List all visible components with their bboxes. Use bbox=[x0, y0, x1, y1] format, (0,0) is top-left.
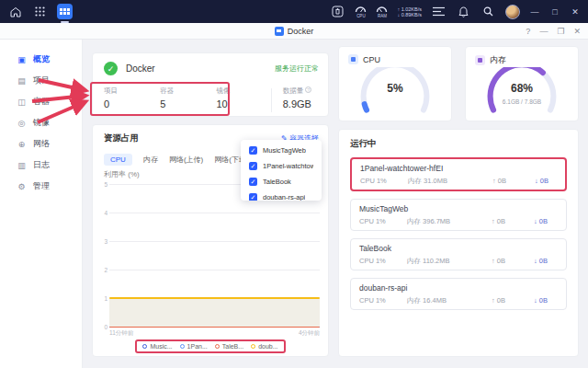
running-card-title: 运行中 bbox=[339, 130, 578, 150]
container-download: ↓ 0B bbox=[534, 217, 548, 226]
memory-percent-value: 68% bbox=[466, 82, 578, 95]
checkbox-checked-icon[interactable]: ✓ bbox=[249, 178, 257, 186]
sidebar-item-label: 镜像 bbox=[33, 117, 50, 129]
help-button[interactable]: ? bbox=[526, 27, 530, 36]
sidebar-item-label: 网络 bbox=[33, 138, 50, 150]
desktop-minimize-button[interactable]: — bbox=[529, 7, 540, 17]
container-cpu: CPU 1% bbox=[359, 257, 407, 266]
manage-icon: ⚙ bbox=[17, 182, 27, 191]
legend-color-dot bbox=[251, 344, 255, 349]
service-status-link[interactable]: 服务运行正常 bbox=[275, 63, 319, 74]
main-content: ✓ Docker 服务运行正常 项目0容器5镜像10数据量?8.9GB 资源占用… bbox=[83, 40, 588, 368]
status-check-icon: ✓ bbox=[104, 62, 118, 75]
legend-label: Music... bbox=[150, 343, 172, 350]
network-speed-indicator[interactable]: ↑ 1.02KB/s ↓ 0.89KB/s bbox=[397, 6, 422, 17]
user-avatar[interactable] bbox=[505, 5, 520, 19]
cpu-monitor-icon[interactable]: CPU bbox=[355, 6, 367, 18]
x-tick-label: 11分钟前 bbox=[109, 329, 133, 338]
cpu-monitor-label: CPU bbox=[356, 14, 366, 18]
sidebar-item-4[interactable]: ◎镜像 bbox=[0, 112, 82, 133]
series-line-douban-rs-api bbox=[109, 297, 320, 299]
minimize-button[interactable]: — bbox=[539, 27, 548, 36]
container-cpu: CPU 1% bbox=[359, 296, 407, 305]
container-row-TaleBook[interactable]: TaleBookCPU 1%内存 110.2MB↑ 0B↓ 0B bbox=[350, 238, 567, 270]
overview-icon: ▣ bbox=[17, 55, 27, 64]
logs-icon: ▥ bbox=[17, 161, 27, 170]
sidebar-item-1[interactable]: ▣概览 bbox=[0, 49, 82, 70]
window-titlebar: Docker ? — ❐ ✕ bbox=[0, 23, 588, 40]
dropdown-option-label: MusicTagWeb bbox=[263, 146, 306, 155]
container-upload: ↑ 0B bbox=[492, 296, 534, 305]
checkbox-checked-icon[interactable]: ✓ bbox=[249, 162, 257, 170]
dropdown-option-MusicTagWeb[interactable]: ✓MusicTagWeb bbox=[241, 143, 322, 158]
sidebar-item-5[interactable]: ⊕网络 bbox=[0, 133, 82, 155]
container-row-MusicTagWeb[interactable]: MusicTagWebCPU 1%内存 396.7MB↑ 0B↓ 0B bbox=[350, 199, 567, 231]
checkbox-checked-icon[interactable]: ✓ bbox=[249, 193, 257, 201]
container-stats: CPU 1%内存 110.2MB↑ 0B↓ 0B bbox=[359, 257, 558, 266]
dropdown-option-label: TaleBook bbox=[263, 178, 291, 186]
sidebar-item-7[interactable]: ⚙管理 bbox=[0, 176, 82, 197]
memory-card-label: 内存 bbox=[490, 54, 506, 66]
cpu-card-label: CPU bbox=[363, 55, 380, 64]
legend-item-TaleBook[interactable]: TaleB... bbox=[215, 343, 243, 350]
legend-label: doub... bbox=[258, 343, 277, 350]
container-stats: CPU 1%内存 16.4MB↑ 0B↓ 0B bbox=[359, 296, 558, 305]
desktop-close-button[interactable]: ✕ bbox=[570, 7, 581, 17]
dropdown-option-1Panel-watchtower-h...[interactable]: ✓1Panel-watchtower-h... bbox=[241, 158, 322, 174]
container-icon: ◫ bbox=[17, 98, 27, 107]
cpu-percent-value: 5% bbox=[339, 82, 451, 95]
y-tick-label: 3 bbox=[99, 238, 107, 245]
stat-volume: 数据量?8.9GB bbox=[283, 86, 328, 112]
chart-gridline bbox=[109, 213, 320, 213]
container-row-1Panel-watchtower-hfEI[interactable]: 1Panel-watchtower-hfEICPU 1%内存 31.0MB↑ 0… bbox=[350, 157, 567, 191]
memory-usage-detail: 6.1GB / 7.8GB bbox=[466, 98, 578, 105]
volume-value: 8.9GB bbox=[283, 98, 328, 109]
close-button[interactable]: ✕ bbox=[573, 27, 581, 36]
ram-monitor-label: RAM bbox=[378, 14, 387, 18]
container-row-douban-rs-api[interactable]: douban-rs-apiCPU 1%内存 16.4MB↑ 0B↓ 0B bbox=[350, 278, 567, 310]
window-title: Docker bbox=[288, 27, 314, 36]
screen: CPU RAM ↑ 1.02KB/s ↓ 0.89KB/s — □ ✕ bbox=[0, 0, 588, 368]
sidebar-item-2[interactable]: ▤项目 bbox=[0, 70, 82, 91]
chart-gridline bbox=[109, 270, 320, 270]
docker-app-icon[interactable] bbox=[57, 4, 73, 19]
dropdown-option-TaleBook[interactable]: ✓TaleBook bbox=[241, 174, 322, 190]
sidebar-item-3[interactable]: ◫容器 bbox=[0, 91, 82, 112]
recycle-bin-icon[interactable] bbox=[330, 4, 345, 19]
desktop-maximize-button[interactable]: □ bbox=[549, 7, 560, 17]
search-icon[interactable] bbox=[481, 4, 496, 19]
task-list-icon[interactable] bbox=[431, 4, 447, 19]
memory-gauge-card: 内存 68% 6.1GB / 7.8GB bbox=[465, 46, 579, 121]
legend-item-douban-rs-api[interactable]: doub... bbox=[251, 343, 277, 350]
legend-annotation-box: Music...1Pan...TaleB...doub... bbox=[135, 339, 285, 353]
container-cpu: CPU 1% bbox=[360, 177, 408, 186]
cpu-gauge-card: CPU 5% bbox=[338, 46, 452, 121]
net-down-speed: ↓ 0.89KB/s bbox=[397, 12, 422, 17]
home-icon[interactable] bbox=[7, 4, 23, 19]
legend-item-1Panel-watchtower-hfEI[interactable]: 1Pan... bbox=[180, 343, 208, 350]
container-download: ↓ 0B bbox=[534, 257, 548, 266]
x-tick-label: 4分钟前 bbox=[299, 329, 320, 338]
dropdown-option-douban-rs-api[interactable]: ✓douban-rs-api bbox=[241, 190, 322, 201]
legend-color-dot bbox=[180, 344, 185, 349]
sidebar: ▣概览▤项目◫容器◎镜像⊕网络▥日志⚙管理 bbox=[0, 40, 83, 368]
usage-chart: 543210 bbox=[109, 184, 320, 327]
notification-bell-icon[interactable] bbox=[456, 4, 471, 19]
running-containers-card: 运行中 1Panel-watchtower-hfEICPU 1%内存 31.0M… bbox=[338, 129, 579, 357]
container-stats: CPU 1%内存 31.0MB↑ 0B↓ 0B bbox=[360, 177, 557, 186]
tab-网络(上传)[interactable]: 网络(上传) bbox=[169, 153, 203, 167]
sidebar-item-6[interactable]: ▥日志 bbox=[0, 155, 82, 176]
tab-CPU[interactable]: CPU bbox=[104, 154, 132, 166]
checkbox-checked-icon[interactable]: ✓ bbox=[249, 146, 257, 155]
tab-内存[interactable]: 内存 bbox=[143, 153, 158, 167]
stat-label: 项目 bbox=[104, 86, 149, 96]
legend-color-dot bbox=[215, 344, 220, 349]
y-tick-label: 5 bbox=[99, 181, 107, 188]
stat-value: 0 bbox=[104, 98, 149, 109]
app-grid-icon[interactable] bbox=[32, 4, 48, 19]
container-download: ↓ 0B bbox=[535, 177, 548, 186]
maximize-button[interactable]: ❐ bbox=[557, 27, 564, 36]
legend-item-MusicTagWeb[interactable]: Music... bbox=[142, 343, 172, 350]
dropdown-option-label: douban-rs-api bbox=[263, 193, 305, 201]
ram-monitor-icon[interactable]: RAM bbox=[376, 6, 388, 18]
